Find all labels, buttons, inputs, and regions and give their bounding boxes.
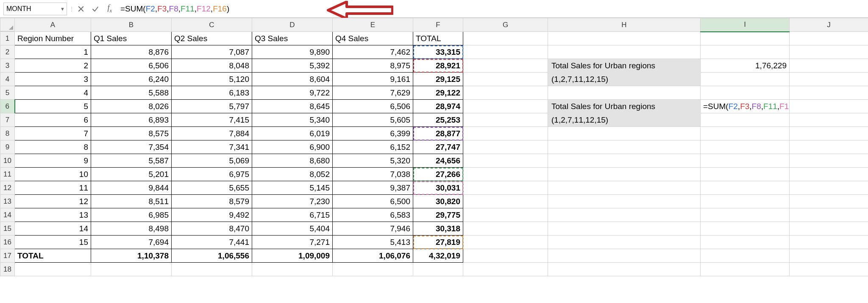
cell-B13[interactable]: 8,511 [91,195,172,208]
cell-D15[interactable]: 5,404 [252,222,333,236]
cell-C14[interactable]: 9,492 [172,208,252,222]
cell-G6[interactable] [463,100,548,113]
cell-E17[interactable]: 1,06,076 [333,249,413,263]
cell-B12[interactable]: 9,844 [91,181,172,195]
cell-A17[interactable]: TOTAL [15,249,91,263]
cell-I13[interactable] [701,195,790,208]
cell-B7[interactable]: 6,893 [91,113,172,127]
cell-C16[interactable]: 7,441 [172,236,252,249]
cell-G5[interactable] [463,86,548,100]
cell-C6[interactable]: 5,797 [172,100,252,113]
cell-F12[interactable]: 30,031 [413,181,463,195]
cell-E7[interactable]: 5,605 [333,113,413,127]
cell-E6[interactable]: 6,506 [333,100,413,113]
cell-H2[interactable] [548,45,701,59]
cell-I8[interactable] [701,127,790,140]
cell-H15[interactable] [548,222,701,236]
cell-E5[interactable]: 7,629 [333,86,413,100]
cell-I10[interactable] [701,154,790,168]
cell-C13[interactable]: 8,579 [172,195,252,208]
cell-J11[interactable] [790,168,868,181]
cell-F7[interactable]: 25,253 [413,113,463,127]
cell-G8[interactable] [463,127,548,140]
cell-J13[interactable] [790,195,868,208]
cell-F13[interactable]: 30,820 [413,195,463,208]
cell-G7[interactable] [463,113,548,127]
cell-H1[interactable] [548,32,701,45]
cell-C11[interactable]: 6,975 [172,168,252,181]
row-header-15[interactable]: 15 [0,222,15,236]
cell-J5[interactable] [790,86,868,100]
cell-J1[interactable] [790,32,868,45]
cell-J6[interactable] [790,100,868,113]
cell-B8[interactable]: 8,575 [91,127,172,140]
cell-D10[interactable]: 8,680 [252,154,333,168]
cell-D1[interactable]: Q3 Sales [252,32,333,45]
cell-J18[interactable] [790,263,868,276]
cell-A14[interactable]: 13 [15,208,91,222]
cell-C15[interactable]: 8,470 [172,222,252,236]
cell-A6[interactable]: 5 [15,100,91,113]
cell-I16[interactable] [701,236,790,249]
cell-F15[interactable]: 30,318 [413,222,463,236]
row-header-14[interactable]: 14 [0,208,15,222]
cell-E1[interactable]: Q4 Sales [333,32,413,45]
cell-G17[interactable] [463,249,548,263]
row-header-13[interactable]: 13 [0,195,15,208]
cell-D4[interactable]: 8,604 [252,73,333,86]
cell-G2[interactable] [463,45,548,59]
cell-H16[interactable] [548,236,701,249]
row-header-5[interactable]: 5 [0,86,15,100]
cell-H4[interactable]: (1,2,7,11,12,15) [548,73,701,86]
name-box[interactable]: MONTH ▼ [3,3,67,15]
cell-A2[interactable]: 1 [15,45,91,59]
cell-E14[interactable]: 6,583 [333,208,413,222]
cell-E10[interactable]: 5,320 [333,154,413,168]
cell-F2[interactable]: 33,315 [413,45,463,59]
cell-A1[interactable]: Region Number [15,32,91,45]
cell-F14[interactable]: 29,775 [413,208,463,222]
col-header-E[interactable]: E [333,18,413,32]
cell-C10[interactable]: 5,069 [172,154,252,168]
row-header-12[interactable]: 12 [0,181,15,195]
col-header-H[interactable]: H [548,18,701,32]
cell-I1[interactable] [701,32,790,45]
cell-G16[interactable] [463,236,548,249]
cell-D11[interactable]: 8,052 [252,168,333,181]
cell-G9[interactable] [463,140,548,154]
cell-E13[interactable]: 6,500 [333,195,413,208]
cell-E11[interactable]: 7,038 [333,168,413,181]
cell-B3[interactable]: 6,506 [91,59,172,73]
cell-H3[interactable]: Total Sales for Urban regions [548,59,701,73]
cell-C12[interactable]: 5,655 [172,181,252,195]
select-all-corner[interactable] [0,18,15,32]
row-header-18[interactable]: 18 [0,263,15,276]
cell-B2[interactable]: 8,876 [91,45,172,59]
cell-A18[interactable] [15,263,91,276]
cell-A10[interactable]: 9 [15,154,91,168]
row-header-7[interactable]: 7 [0,113,15,127]
col-header-A[interactable]: A [15,18,91,32]
cell-J3[interactable] [790,59,868,73]
cell-D9[interactable]: 6,900 [252,140,333,154]
cell-B11[interactable]: 5,201 [91,168,172,181]
col-header-J[interactable]: J [790,18,868,32]
cell-E9[interactable]: 6,152 [333,140,413,154]
cell-A16[interactable]: 15 [15,236,91,249]
cell-F1[interactable]: TOTAL [413,32,463,45]
cell-I7[interactable] [701,113,790,127]
cell-E12[interactable]: 9,387 [333,181,413,195]
cell-I6-formula[interactable]: =SUM(F2,F3,F8,F11,F12,F16) [701,100,790,113]
cell-B1[interactable]: Q1 Sales [91,32,172,45]
row-header-8[interactable]: 8 [0,127,15,140]
cell-A5[interactable]: 4 [15,86,91,100]
cell-F3[interactable]: 28,921 [413,59,463,73]
cell-F18[interactable] [413,263,463,276]
cell-J2[interactable] [790,45,868,59]
cell-D2[interactable]: 9,890 [252,45,333,59]
cell-A9[interactable]: 8 [15,140,91,154]
cell-E15[interactable]: 7,946 [333,222,413,236]
cell-F5[interactable]: 29,122 [413,86,463,100]
cell-A4[interactable]: 3 [15,73,91,86]
cell-I12[interactable] [701,181,790,195]
